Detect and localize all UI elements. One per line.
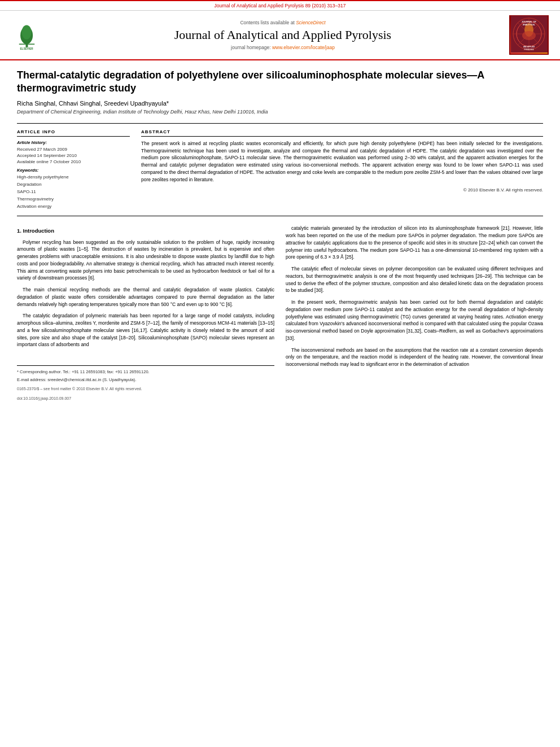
contents-line: Contents lists available at ScienceDirec… [56,20,509,25]
authors: Richa Singhal, Chhavi Singhal, Sreedevi … [17,100,543,107]
accepted-date: Accepted 14 September 2010 [17,152,130,159]
history-label: Article history: [17,140,130,145]
homepage-url[interactable]: www.elsevier.com/locate/jaap [272,45,335,50]
keyword-4: Thermogravimetry [17,196,130,203]
keywords: High-density polyethylene Degradation SA… [17,174,130,210]
section1-para2: The main chemical recycling methods are … [17,286,274,308]
keywords-label: Keywords: [17,168,130,173]
journal-homepage: journal homepage: www.elsevier.com/locat… [56,45,509,50]
journal-citation-text: Journal of Analytical and Applied Pyroly… [215,3,346,8]
keyword-2: Degradation [17,181,130,189]
article-meta: ARTICLE INFO Article history: Received 2… [17,123,543,217]
elsevier-logo: ELSEVIER [11,20,56,51]
footnote-2: E-mail address: sreedevi@chemical.iitd.a… [17,377,274,383]
article-title: Thermal-catalytic degradation of polyeth… [17,69,543,95]
sciencedirect-link[interactable]: ScienceDirect [296,20,325,25]
svg-text:ELSEVIER: ELSEVIER [20,47,33,50]
section1-para3: The catalytic degradation of polymeric m… [17,312,274,348]
footer-license: 0165-2370/$ – see front matter © 2010 El… [17,386,274,392]
body-columns: 1. Introduction Polymer recycling has be… [17,225,543,401]
svg-text:ANALYTICAL: ANALYTICAL [522,24,535,26]
journal-logo-text: JOURNAL OF ANALYTICAL AND APPLIED PYROLY… [511,16,548,54]
section1col2-para1: catalytic materials generated by the int… [286,225,543,261]
article-info: ARTICLE INFO Article history: Received 2… [17,129,130,211]
affiliation: Department of Chemical Engineering, Indi… [17,109,543,115]
abstract-title: ABSTRACT [141,129,543,137]
section1col2-para2: The catalytic effect of molecular sieves… [286,265,543,294]
journal-citation-bar: Journal of Analytical and Applied Pyroly… [0,0,560,11]
section1col2-para4: The isoconversional methods are based on… [286,347,543,368]
keyword-5: Activation energy [17,203,130,211]
section1col2-para3: In the present work, thermogravimetric a… [286,299,543,342]
footer-doi: doi:10.1016/j.jaap.2010.09.007 [17,396,274,402]
journal-logo: JOURNAL OF ANALYTICAL AND APPLIED PYROLY… [509,15,549,55]
svg-text:AND APPLIED: AND APPLIED [523,46,535,48]
footer: * Corresponding author. Tel.: +91 11 265… [17,365,274,401]
abstract-text: The present work is aimed at recycling p… [141,140,543,184]
section1-heading: 1. Introduction [17,227,274,235]
available-date: Available online 7 October 2010 [17,159,130,165]
keyword-1: High-density polyethylene [17,174,130,181]
header-center: Contents lists available at ScienceDirec… [56,20,509,50]
main-content: Thermal-catalytic degradation of polyeth… [0,60,560,410]
keyword-3: SAPO-11 [17,189,130,196]
journal-header: ELSEVIER Contents lists available at Sci… [0,11,560,60]
copyright: © 2010 Elsevier B.V. All rights reserved… [141,187,543,193]
abstract-section: ABSTRACT The present work is aimed at re… [141,129,543,211]
section1-para1: Polymer recycling has been suggested as … [17,239,274,282]
svg-text:PYROLYSIS: PYROLYSIS [524,49,533,51]
article-info-title: ARTICLE INFO [17,129,130,137]
journal-title: Journal of Analytical and Applied Pyroly… [56,28,509,42]
footnote-1: * Corresponding author. Tel.: +91 11 265… [17,369,274,375]
received-date: Received 27 March 2009 [17,146,130,152]
svg-point-13 [522,31,536,40]
body-col-right: catalytic materials generated by the int… [286,225,543,401]
body-col-left: 1. Introduction Polymer recycling has be… [17,225,274,401]
svg-point-2 [21,25,31,39]
svg-text:JOURNAL OF: JOURNAL OF [522,20,536,23]
